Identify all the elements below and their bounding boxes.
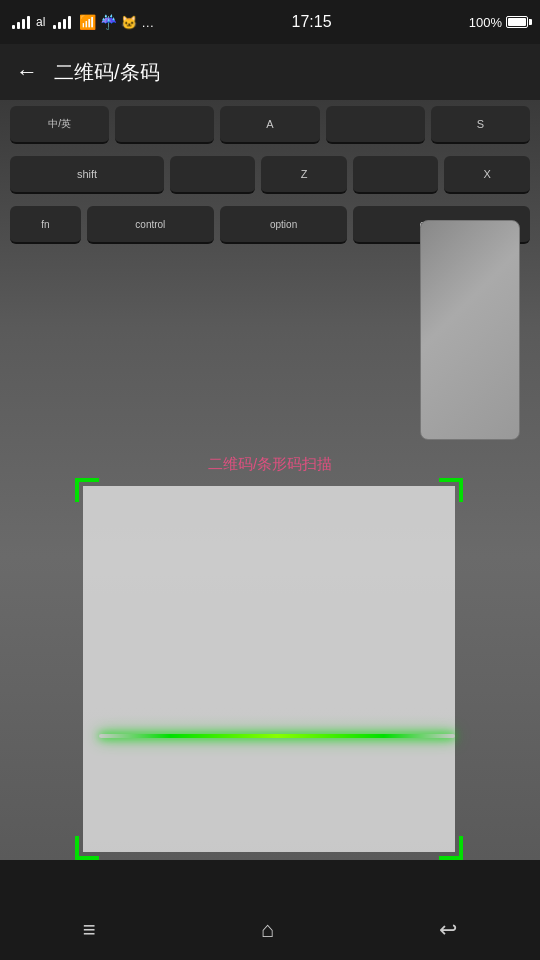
status-bar: al 📶 ☔ 🐱 … 17:15 100%	[0, 0, 540, 44]
top-bar: ← 二维码/条码	[0, 44, 540, 100]
scan-label: 二维码/条形码扫描	[0, 455, 540, 474]
key-shift: shift	[10, 156, 164, 194]
battery-fill	[508, 18, 526, 26]
signal-bar	[63, 19, 66, 29]
corner-top-left	[75, 478, 99, 502]
back-button[interactable]: ←	[16, 59, 38, 85]
signal-bars-2	[53, 15, 71, 29]
cat-icon: 🐱	[121, 15, 137, 30]
dots-icon: …	[141, 15, 154, 30]
scan-inner-area	[83, 486, 455, 852]
usb-icon: ☔	[100, 14, 117, 30]
key-x: X	[444, 156, 530, 194]
network-label: al	[36, 15, 45, 29]
status-right: 100%	[469, 15, 528, 30]
clock: 17:15	[292, 13, 332, 31]
corner-top-right	[439, 478, 463, 502]
home-button[interactable]: ⌂	[253, 909, 282, 951]
signal-bars-1	[12, 15, 30, 29]
key-blank2	[326, 106, 425, 144]
bottom-nav: ≡ ⌂ ↩	[0, 900, 540, 960]
corner-bottom-right	[439, 836, 463, 860]
signal-bar	[53, 25, 56, 29]
key-option: option	[220, 206, 347, 244]
scan-line	[99, 734, 455, 738]
wifi-icon: 📶	[79, 14, 96, 30]
key-s: S	[431, 106, 530, 144]
key-blank	[115, 106, 214, 144]
signal-bar	[58, 22, 61, 29]
key-a: A	[220, 106, 319, 144]
battery-percent: 100%	[469, 15, 502, 30]
scan-viewfinder	[75, 478, 463, 860]
key-fn: fn	[10, 206, 81, 244]
signal-bar	[22, 19, 25, 29]
corner-bottom-left	[75, 836, 99, 860]
key-blank3	[170, 156, 256, 194]
camera-area: 中/英 A S shift Z X fn control option comm…	[0, 100, 540, 860]
page-title: 二维码/条码	[54, 59, 160, 86]
menu-button[interactable]: ≡	[75, 909, 104, 951]
trackpad	[420, 220, 520, 440]
key-z: Z	[261, 156, 347, 194]
key-blank4	[353, 156, 439, 194]
key-control: control	[87, 206, 214, 244]
key-zh-en: 中/英	[10, 106, 109, 144]
signal-bar	[12, 25, 15, 29]
keyboard-row-1: shift Z X	[0, 150, 540, 200]
battery-icon	[506, 16, 528, 28]
signal-bar	[68, 16, 71, 29]
back-nav-button[interactable]: ↩	[431, 909, 465, 951]
status-left: al 📶 ☔ 🐱 …	[12, 14, 154, 30]
keyboard-row-0: 中/英 A S	[0, 100, 540, 150]
signal-bar	[17, 22, 20, 29]
signal-bar	[27, 16, 30, 29]
